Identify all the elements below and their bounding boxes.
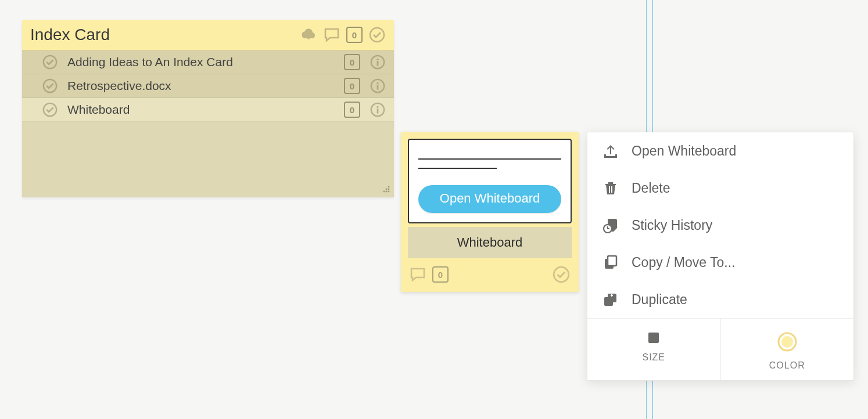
open-whiteboard-button[interactable]: Open Whiteboard [418, 185, 561, 213]
open-icon [602, 143, 619, 159]
row-label: Adding Ideas to An Index Card [67, 55, 335, 69]
check-circle-icon[interactable] [42, 78, 58, 94]
svg-point-9 [44, 103, 56, 116]
whiteboard-thumbnail: Open Whiteboard [408, 139, 572, 223]
count-badge[interactable]: 0 [344, 78, 360, 94]
index-card-row[interactable]: Adding Ideas to An Index Card 0 [22, 50, 394, 74]
sketch-line [418, 158, 561, 160]
count-badge[interactable]: 0 [346, 27, 363, 43]
count-badge[interactable]: 0 [344, 102, 360, 118]
svg-point-15 [388, 189, 390, 190]
sticky-caption: Whiteboard [408, 227, 572, 258]
index-card: Index Card 0 Adding Ideas to An Index Ca… [22, 20, 394, 197]
svg-point-11 [376, 106, 378, 108]
index-card-row[interactable]: Whiteboard 0 [22, 98, 394, 122]
whiteboard-sticky[interactable]: Open Whiteboard Whiteboard 0 [401, 132, 579, 292]
menu-label: Duplicate [632, 292, 687, 308]
menu-open-whiteboard[interactable]: Open Whiteboard [587, 132, 853, 169]
count-badge[interactable]: 0 [432, 266, 449, 283]
index-card-row[interactable]: Retrospective.docx 0 [22, 74, 394, 98]
check-circle-icon[interactable] [42, 102, 58, 118]
index-card-rows: Adding Ideas to An Index Card 0 Retrospe… [22, 50, 394, 122]
info-icon[interactable] [370, 102, 386, 118]
sticky-footer: 0 [408, 258, 572, 285]
comment-icon[interactable] [409, 266, 426, 283]
row-label: Whiteboard [67, 103, 335, 117]
menu-bottom: SIZE COLOR [587, 318, 853, 380]
svg-point-13 [388, 186, 390, 188]
menu-label: Copy / Move To... [632, 255, 736, 270]
color-label: COLOR [769, 360, 805, 371]
svg-point-0 [370, 28, 384, 42]
menu-sticky-history[interactable]: Sticky History [587, 207, 853, 244]
size-icon [647, 331, 660, 344]
svg-rect-20 [609, 186, 610, 193]
sketch-line [418, 168, 497, 169]
copy-icon [602, 254, 619, 270]
svg-point-18 [388, 191, 390, 193]
svg-rect-8 [377, 85, 379, 89]
index-card-header-icons: 0 [300, 26, 386, 44]
duplicate-icon [602, 291, 619, 308]
svg-point-19 [554, 267, 569, 282]
index-card-footer [22, 122, 394, 197]
check-circle-icon[interactable] [368, 26, 386, 44]
cloud-download-icon[interactable] [300, 27, 317, 43]
svg-point-7 [376, 82, 378, 84]
info-icon[interactable] [370, 78, 386, 94]
svg-point-29 [781, 336, 793, 348]
size-label: SIZE [642, 352, 665, 363]
check-circle-icon[interactable] [552, 265, 571, 284]
svg-point-17 [386, 191, 388, 193]
color-icon [777, 331, 798, 352]
context-menu: Open Whiteboard Delete Sticky History Co… [587, 132, 854, 381]
menu-label: Sticky History [632, 218, 712, 233]
menu-copy-move[interactable]: Copy / Move To... [587, 244, 853, 281]
svg-rect-4 [377, 61, 379, 66]
info-icon[interactable] [370, 54, 386, 70]
svg-point-16 [383, 191, 385, 193]
index-card-header: Index Card 0 [22, 20, 394, 50]
menu-color[interactable]: COLOR [720, 319, 854, 380]
menu-size[interactable]: SIZE [587, 319, 720, 380]
svg-point-14 [386, 189, 388, 190]
svg-point-5 [44, 80, 56, 92]
count-badge[interactable]: 0 [344, 54, 360, 70]
resize-handle-icon[interactable] [381, 185, 390, 194]
svg-rect-21 [611, 186, 612, 193]
menu-label: Open Whiteboard [632, 143, 736, 159]
svg-rect-24 [608, 256, 616, 266]
menu-label: Delete [632, 180, 670, 196]
svg-point-3 [376, 59, 378, 60]
svg-point-1 [44, 56, 56, 68]
comment-icon[interactable] [323, 27, 340, 43]
index-card-title[interactable]: Index Card [30, 26, 300, 44]
menu-duplicate[interactable]: Duplicate [587, 281, 853, 318]
svg-rect-27 [648, 333, 659, 343]
check-circle-icon[interactable] [42, 54, 58, 70]
history-icon [602, 217, 619, 233]
trash-icon [602, 180, 619, 196]
svg-rect-12 [377, 109, 379, 113]
menu-delete[interactable]: Delete [587, 169, 853, 207]
row-label: Retrospective.docx [67, 79, 335, 93]
